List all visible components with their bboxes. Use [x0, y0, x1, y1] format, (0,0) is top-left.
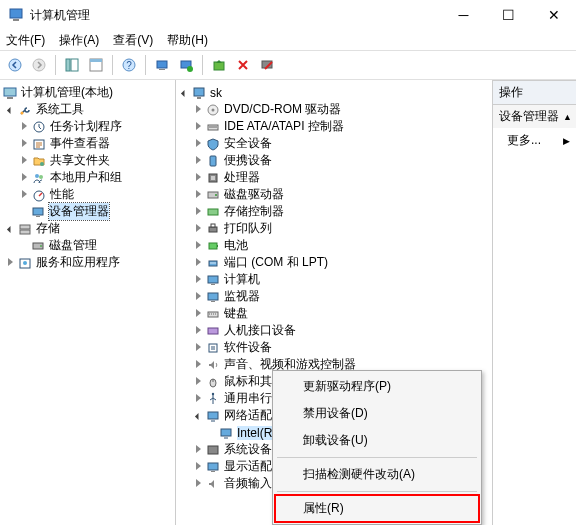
- tree-root[interactable]: 计算机管理(本地): [21, 84, 113, 101]
- hid-category[interactable]: 人机接口设备: [224, 322, 296, 339]
- expand-icon[interactable]: [4, 104, 16, 115]
- disk-management[interactable]: 磁盘管理: [49, 237, 97, 254]
- expand-icon[interactable]: [192, 342, 204, 353]
- monitor-category[interactable]: 监视器: [224, 288, 260, 305]
- expand-icon[interactable]: [4, 257, 16, 268]
- console-tree[interactable]: 计算机管理(本地) 系统工具 任务计划程序 事件查看器 共享文件夹 本地用户和组…: [0, 80, 176, 525]
- computer-category[interactable]: 计算机: [224, 271, 260, 288]
- svg-point-2: [9, 59, 21, 71]
- dvd-category[interactable]: DVD/CD-ROM 驱动器: [224, 101, 341, 118]
- svg-rect-33: [194, 88, 204, 96]
- performance[interactable]: 性能: [50, 186, 74, 203]
- expand-icon[interactable]: [192, 138, 204, 149]
- expand-icon[interactable]: [178, 87, 190, 98]
- performance-icon: [31, 187, 47, 203]
- system-dev-category[interactable]: 系统设备: [224, 441, 272, 458]
- expand-icon[interactable]: [192, 274, 204, 285]
- expand-icon[interactable]: [192, 155, 204, 166]
- expand-icon[interactable]: [192, 325, 204, 336]
- show-hide-tree-button[interactable]: [61, 54, 83, 76]
- expand-icon[interactable]: [192, 444, 204, 455]
- expand-icon[interactable]: [192, 359, 204, 370]
- expand-icon[interactable]: [192, 376, 204, 387]
- menu-view[interactable]: 查看(V): [113, 32, 153, 49]
- uninstall-toolbar-button[interactable]: [232, 54, 254, 76]
- expand-icon[interactable]: [192, 410, 204, 421]
- ctx-uninstall[interactable]: 卸载设备(U): [275, 427, 479, 454]
- svg-point-21: [40, 162, 44, 166]
- battery-category[interactable]: 电池: [224, 237, 248, 254]
- portable-category[interactable]: 便携设备: [224, 152, 272, 169]
- expand-icon[interactable]: [192, 393, 204, 404]
- event-viewer[interactable]: 事件查看器: [50, 135, 110, 152]
- print-queue-category[interactable]: 打印队列: [224, 220, 272, 237]
- menu-file[interactable]: 文件(F): [6, 32, 45, 49]
- storage[interactable]: 存储: [36, 220, 60, 237]
- device-manager[interactable]: 设备管理器: [49, 203, 109, 220]
- expand-icon[interactable]: [192, 257, 204, 268]
- shared-folders[interactable]: 共享文件夹: [50, 152, 110, 169]
- expand-icon[interactable]: [18, 121, 30, 132]
- disable-toolbar-button[interactable]: [256, 54, 278, 76]
- ctx-scan-hw[interactable]: 扫描检测硬件改动(A): [275, 461, 479, 488]
- ide-category[interactable]: IDE ATA/ATAPI 控制器: [224, 118, 344, 135]
- svg-point-36: [212, 108, 215, 111]
- forward-button[interactable]: [28, 54, 50, 76]
- storage-ctrl-category[interactable]: 存储控制器: [224, 203, 284, 220]
- actions-header: 操作: [493, 80, 576, 105]
- expand-icon[interactable]: [18, 172, 30, 183]
- security-category[interactable]: 安全设备: [224, 135, 272, 152]
- software-category[interactable]: 软件设备: [224, 339, 272, 356]
- disk-category[interactable]: 磁盘驱动器: [224, 186, 284, 203]
- expand-icon[interactable]: [192, 291, 204, 302]
- services-apps[interactable]: 服务和应用程序: [36, 254, 120, 271]
- actions-more[interactable]: 更多... ▶: [493, 128, 576, 153]
- help-toolbar-button[interactable]: ?: [118, 54, 140, 76]
- expand-icon[interactable]: [18, 189, 30, 200]
- expand-icon[interactable]: [18, 155, 30, 166]
- expand-icon[interactable]: [192, 461, 204, 472]
- svg-rect-38: [210, 156, 216, 166]
- ctx-disable[interactable]: 禁用设备(D): [275, 400, 479, 427]
- expand-icon[interactable]: [192, 308, 204, 319]
- expand-icon[interactable]: [18, 138, 30, 149]
- collapse-icon[interactable]: ▲: [563, 112, 572, 122]
- ctx-properties[interactable]: 属性(R): [275, 495, 479, 522]
- menu-help[interactable]: 帮助(H): [167, 32, 208, 49]
- update-driver-toolbar-button[interactable]: [208, 54, 230, 76]
- keyboard-category[interactable]: 键盘: [224, 305, 248, 322]
- minimize-button[interactable]: ─: [441, 0, 486, 30]
- properties-toolbar-button[interactable]: [85, 54, 107, 76]
- scan-hardware-button[interactable]: [151, 54, 173, 76]
- com-lpt-category[interactable]: 端口 (COM 和 LPT): [224, 254, 328, 271]
- expand-icon[interactable]: [4, 223, 16, 234]
- ctx-update-driver[interactable]: 更新驱动程序(P): [275, 373, 479, 400]
- svg-rect-40: [211, 176, 215, 180]
- menu-action[interactable]: 操作(A): [59, 32, 99, 49]
- device-tree[interactable]: sk DVD/CD-ROM 驱动器 IDE ATA/ATAPI 控制器 安全设备…: [176, 80, 493, 525]
- svg-rect-17: [7, 97, 13, 99]
- expand-icon[interactable]: [192, 478, 204, 489]
- task-scheduler[interactable]: 任务计划程序: [50, 118, 122, 135]
- cpu-icon: [205, 170, 221, 186]
- maximize-button[interactable]: ☐: [486, 0, 531, 30]
- expand-icon[interactable]: [192, 206, 204, 217]
- back-button[interactable]: [4, 54, 26, 76]
- expand-icon[interactable]: [192, 121, 204, 132]
- expand-icon[interactable]: [192, 240, 204, 251]
- expand-icon[interactable]: [192, 172, 204, 183]
- expand-icon[interactable]: [192, 189, 204, 200]
- disk-mgmt-icon: [30, 238, 46, 254]
- add-hardware-button[interactable]: [175, 54, 197, 76]
- expand-icon[interactable]: [192, 104, 204, 115]
- svg-rect-26: [36, 216, 40, 217]
- svg-rect-61: [208, 412, 218, 419]
- expand-icon[interactable]: [192, 223, 204, 234]
- actions-section[interactable]: 设备管理器 ▲: [493, 105, 576, 128]
- device-root[interactable]: sk: [210, 86, 222, 100]
- local-users[interactable]: 本地用户和组: [50, 169, 122, 186]
- close-button[interactable]: ✕: [531, 0, 576, 30]
- system-tools[interactable]: 系统工具: [36, 101, 84, 118]
- svg-rect-34: [197, 97, 201, 99]
- cpu-category[interactable]: 处理器: [224, 169, 260, 186]
